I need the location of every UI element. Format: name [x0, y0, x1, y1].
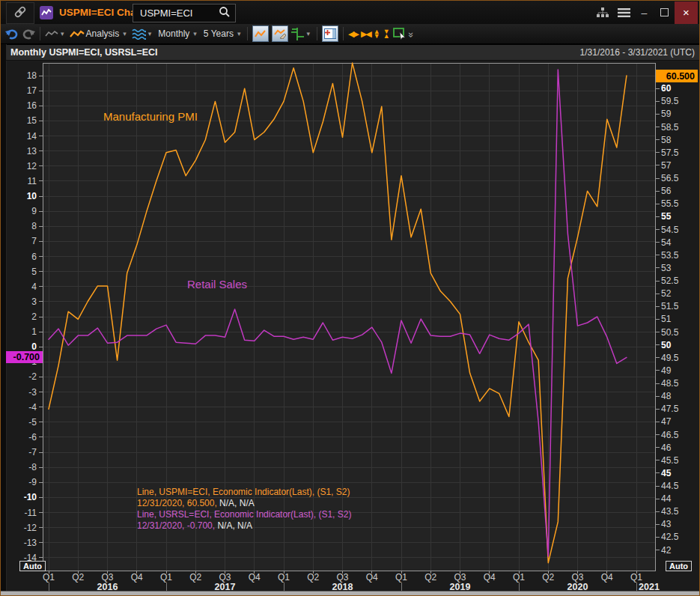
chart-type-button[interactable] — [252, 25, 269, 42]
x-axis-quarter-label: Q2 — [67, 572, 88, 583]
right-axis-auto-button[interactable]: Auto — [666, 561, 692, 571]
x-axis-quarter-label: Q4 — [127, 572, 147, 583]
add-subchart-button[interactable] — [322, 25, 338, 42]
search-icon[interactable] — [219, 6, 230, 20]
x-axis-quarter-label: Q4 — [362, 572, 383, 583]
arrows-out-vertical-icon: ▲▼ — [374, 29, 380, 38]
annotation-retail-sales: Retail Sales — [187, 278, 247, 291]
interval-select[interactable]: Monthly ▾ — [156, 25, 199, 43]
x-axis-quarter-label: Q4 — [479, 572, 500, 583]
arrows-in-horizontal-icon: ▶◀ — [361, 30, 371, 37]
chart-header: Monthly USPMI=ECI, USRSL=ECI 1/31/2016 -… — [6, 45, 699, 61]
right-axis-tick-label: 45 — [661, 468, 694, 478]
close-icon: × — [683, 6, 690, 19]
annotation-manufacturing-pmi: Manufacturing PMI — [103, 110, 198, 123]
analysis-icon — [70, 30, 85, 38]
legend-na-text: N/A, N/A — [217, 498, 255, 508]
right-axis-tick-label: 53 — [661, 263, 694, 273]
expand-vertical-button[interactable]: ▲▼ — [374, 25, 380, 43]
chevron-down-icon[interactable]: ▾ — [148, 30, 152, 37]
left-edge-rail — [1, 43, 7, 592]
right-axis-tick-label: 55.5 — [661, 198, 694, 209]
chart-title: Monthly USPMI=ECI, USRSL=ECI — [10, 47, 158, 58]
chart-toolbar: ▾ Analysis ▾ ▾ Monthly ▾ 5 Years ▾ ▾ ◀▶ … — [1, 24, 699, 44]
x-axis-quarter-label: Q1 — [38, 572, 59, 583]
right-axis-tick-label: 58.5 — [661, 122, 694, 133]
right-axis-tick-label: 47 — [661, 416, 694, 427]
chart-edit-button[interactable] — [272, 25, 288, 42]
titlebar: USPMI=ECI Chart USPMI=ECI – × — [1, 1, 699, 24]
legend-series-text: 12/31/2020, -0.700, — [137, 520, 215, 531]
interval-label: Monthly — [158, 28, 189, 39]
right-axis-tick-label: 52.5 — [661, 276, 694, 286]
compress-horizontal-button[interactable]: ▶◀ — [361, 25, 371, 43]
x-axis-quarter-label: Q3 — [567, 572, 588, 583]
right-axis-tick-label: 50 — [661, 340, 694, 350]
wave-analysis-button[interactable]: ▾ — [132, 25, 154, 43]
right-axis-tick-label: 43 — [661, 519, 694, 529]
window-bottom-edge — [1, 591, 699, 595]
chevron-down-icon[interactable]: ▾ — [193, 30, 197, 37]
maximize-button[interactable] — [654, 1, 675, 24]
zoom-select-button[interactable] — [393, 25, 407, 43]
link-channel-button[interactable] — [6, 2, 34, 24]
legend-row: 12/31/2020, 60.500, N/A, N/A — [137, 498, 351, 509]
left-axis-auto-button[interactable]: Auto — [19, 561, 46, 571]
legend-series-text: Line, USPMI=ECI, Economic Indicator(Last… — [137, 487, 350, 497]
x-axis-quarter-label: Q1 — [508, 572, 529, 583]
x-axis-quarter-label: Q1 — [156, 572, 177, 583]
legend-series-text: 12/31/2020, 60.500, — [137, 498, 217, 508]
analysis-button[interactable]: Analysis ▾ — [70, 25, 129, 43]
undo-button[interactable] — [5, 25, 19, 43]
right-axis-tick-label: 48 — [661, 391, 694, 401]
chevron-down-icon[interactable]: ▾ — [123, 30, 127, 37]
chevron-down-icon[interactable]: ▾ — [306, 30, 310, 37]
right-axis-tick-label: 44 — [661, 493, 694, 504]
right-axis-tick-label: 44.5 — [661, 481, 694, 491]
toolbar-separator — [343, 27, 344, 40]
right-axis-tick-label: 53.5 — [661, 250, 694, 261]
x-axis-quarter-label: Q1 — [273, 572, 294, 583]
right-axis-tick-label: 45.5 — [661, 455, 694, 466]
right-axis-tick-label: 56 — [661, 186, 694, 196]
minimize-button[interactable]: – — [634, 1, 654, 24]
last-value-label-pmi: 60.500 — [656, 70, 698, 82]
right-axis-tick-label: 42 — [661, 545, 694, 556]
right-axis-tick-label: 46.5 — [661, 430, 694, 440]
line-style-button[interactable]: ▾ — [45, 25, 67, 43]
close-button[interactable]: × — [675, 1, 698, 24]
legend-row: 12/31/2020, -0.700, N/A, N/A — [137, 520, 351, 532]
right-axis-tick-label: 60 — [661, 83, 694, 94]
axis-settings-button[interactable]: ▾ — [291, 25, 312, 43]
legend-series-text: Line, USRSL=ECI, Economic Indicator(Last… — [137, 509, 351, 520]
x-axis-quarter-label: Q2 — [302, 572, 323, 583]
expand-horizontal-button[interactable]: ◀▶ — [348, 25, 358, 43]
right-axis-tick-label: 58 — [661, 135, 694, 145]
analysis-label: Analysis — [86, 28, 120, 39]
chevron-down-icon[interactable]: ▾ — [61, 30, 64, 37]
x-axis-quarter-label: Q2 — [420, 572, 441, 583]
right-axis-tick-label: 50.5 — [661, 327, 694, 338]
x-axis-quarter-label: Q2 — [538, 572, 559, 583]
chevron-double-down-icon: » — [406, 31, 417, 35]
x-axis-quarter-label: Q3 — [97, 572, 118, 583]
right-axis-tick-label: 57.5 — [661, 148, 694, 158]
range-select[interactable]: 5 Years ▾ — [202, 25, 243, 43]
ric-search-input[interactable]: USPMI=ECI — [133, 4, 236, 22]
linking-flow-button[interactable] — [592, 1, 613, 24]
right-axis-tick-label: 51.5 — [661, 301, 694, 311]
redo-button[interactable] — [22, 25, 35, 43]
right-axis-tick-label: 49 — [661, 365, 694, 376]
more-tools-button[interactable]: » — [410, 25, 413, 43]
waves-icon — [132, 28, 146, 40]
compress-vertical-button[interactable]: ▼▲ — [383, 25, 390, 43]
menu-button[interactable] — [613, 1, 634, 24]
last-value-label-retail: -0.700 — [6, 351, 43, 363]
x-axis-quarter-label: Q4 — [244, 572, 265, 583]
x-axis-quarter-label: Q3 — [332, 572, 353, 583]
x-axis-quarter-label: Q4 — [597, 572, 618, 583]
right-axis-tick-label: 52 — [661, 288, 694, 299]
chevron-down-icon[interactable]: ▾ — [237, 30, 241, 37]
toolbar-separator — [317, 27, 317, 40]
x-axis-quarter-label: Q3 — [450, 572, 471, 583]
